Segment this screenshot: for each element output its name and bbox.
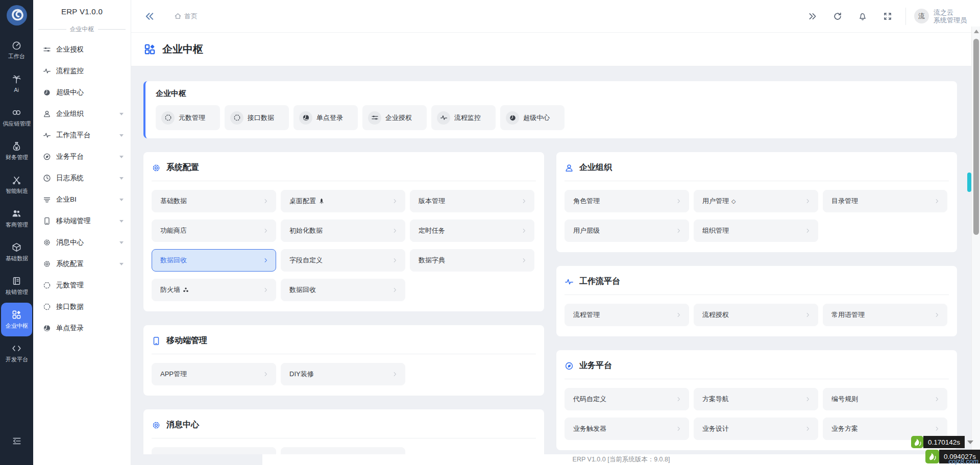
chevron-right-icon bbox=[263, 287, 269, 293]
pill-label: 字段自定义 bbox=[289, 256, 323, 265]
sidebar-collapse-icon[interactable] bbox=[144, 11, 155, 21]
rail-item-核销管理[interactable]: 核销管理 bbox=[1, 269, 32, 303]
code-icon bbox=[12, 344, 21, 353]
scrollbar-thumb[interactable] bbox=[973, 39, 979, 235]
menu-pill-数据回收[interactable]: 数据回收 bbox=[152, 249, 276, 272]
rail-item-Ai[interactable]: Ai bbox=[1, 67, 32, 101]
menu-pill-组织管理[interactable]: 组织管理 bbox=[694, 219, 818, 242]
section-title: 移动端管理 bbox=[166, 335, 207, 346]
user-menu[interactable]: 流之云 系统管理员 bbox=[934, 9, 967, 24]
section-title: 企业组织 bbox=[579, 162, 612, 173]
sidebar-item-元数管理[interactable]: 元数管理 bbox=[33, 275, 131, 296]
sidebar-menu: 企业授权流程监控超级中心企业组织工作流平台业务平台日志系统企业BI移动端管理消息… bbox=[33, 39, 131, 339]
left-column: 系统配置基础数据桌面配置版本管理功能商店初始化数据定时任务数据回收字段自定义数据… bbox=[143, 152, 544, 454]
menu-pill-用户层级[interactable]: 用户层级 bbox=[565, 219, 689, 242]
rail-item-智能制造[interactable]: 智能制造 bbox=[1, 168, 32, 202]
tab-home[interactable]: 首页 bbox=[174, 12, 198, 21]
avatar[interactable]: 流 bbox=[914, 9, 929, 23]
refresh-icon[interactable] bbox=[833, 12, 842, 21]
menu-pill-消息推送[interactable]: 消息推送 bbox=[152, 447, 276, 454]
menu-pill-字段自定义[interactable]: 字段自定义 bbox=[281, 249, 405, 272]
sidebar-item-日志系统[interactable]: 日志系统 bbox=[33, 167, 131, 189]
pill-label: 流程授权 bbox=[702, 310, 729, 320]
menu-pill-防火墙[interactable]: 防火墙 bbox=[152, 279, 276, 301]
fullscreen-icon[interactable] bbox=[883, 12, 892, 21]
quick-link-元数管理[interactable]: 元数管理 bbox=[156, 105, 220, 130]
sidebar-item-移动端管理[interactable]: 移动端管理 bbox=[33, 210, 131, 232]
sidebar-item-消息中心[interactable]: 消息中心 bbox=[33, 232, 131, 253]
menu-pill-APP管理[interactable]: APP管理 bbox=[152, 363, 276, 385]
menu-pill-版本管理[interactable]: 版本管理 bbox=[410, 190, 534, 212]
rail-item-企业中枢[interactable]: 企业中枢 bbox=[1, 303, 32, 336]
rail-item-开发平台[interactable]: 开发平台 bbox=[1, 336, 32, 370]
menu-pill-业务设计[interactable]: 业务设计 bbox=[694, 418, 818, 440]
rail-collapse-icon[interactable] bbox=[12, 436, 22, 446]
sidebar-item-接口数据[interactable]: 接口数据 bbox=[33, 296, 131, 317]
scroll-down-arrow-icon[interactable] bbox=[967, 440, 973, 444]
sidebar-item-企业授权[interactable]: 企业授权 bbox=[33, 39, 131, 60]
pulse-icon bbox=[43, 67, 51, 75]
app-logo-icon[interactable] bbox=[6, 5, 28, 26]
sidebar-item-企业BI[interactable]: 企业BI bbox=[33, 189, 131, 210]
quick-link-企业授权[interactable]: 企业授权 bbox=[362, 105, 427, 130]
quick-link-流程监控[interactable]: 流程监控 bbox=[431, 105, 496, 130]
cube-icon bbox=[12, 242, 21, 252]
browser-scrollbar[interactable] bbox=[971, 27, 980, 465]
menu-pill-目录管理[interactable]: 目录管理 bbox=[823, 190, 947, 212]
menu-pill-数据回收[interactable]: 数据回收 bbox=[281, 279, 405, 301]
scroll-up-arrow-icon[interactable] bbox=[974, 30, 979, 33]
rail-item-基础数据[interactable]: 基础数据 bbox=[1, 235, 32, 269]
inner-scrollbar-thumb[interactable] bbox=[967, 173, 971, 192]
rail-item-label: 供应链管理 bbox=[3, 120, 31, 127]
menu-pill-方案导航[interactable]: 方案导航 bbox=[694, 388, 818, 410]
menu-pill-初始化数据[interactable]: 初始化数据 bbox=[281, 219, 405, 242]
palm-icon bbox=[12, 75, 21, 84]
menu-pill-编号规则[interactable]: 编号规则 bbox=[823, 388, 947, 410]
menu-pill-桌面配置[interactable]: 桌面配置 bbox=[281, 190, 405, 212]
sidebar-item-工作流平台[interactable]: 工作流平台 bbox=[33, 125, 131, 146]
chevron-right-icon bbox=[392, 228, 398, 234]
menu-pill-代码自定义[interactable]: 代码自定义 bbox=[565, 388, 689, 410]
menu-pill-用户管理[interactable]: 用户管理◇ bbox=[694, 190, 818, 212]
menu-pill-定时任务[interactable]: 定时任务 bbox=[410, 219, 534, 242]
notifications-icon[interactable] bbox=[858, 12, 867, 21]
menu-pill-数据字典[interactable]: 数据字典 bbox=[410, 249, 534, 272]
sidebar-item-label: 流程监控 bbox=[56, 66, 124, 76]
chevron-right-icon bbox=[676, 396, 682, 402]
menu-pill-业务触发器[interactable]: 业务触发器 bbox=[565, 418, 689, 440]
sidebar-item-业务平台[interactable]: 业务平台 bbox=[33, 146, 131, 167]
quick-link-单点登录[interactable]: 单点登录 bbox=[293, 105, 358, 130]
rail-item-label: 财务管理 bbox=[5, 154, 28, 161]
menu-pill-角色管理[interactable]: 角色管理 bbox=[565, 190, 689, 212]
menu-pill-DIY装修[interactable]: DIY装修 bbox=[281, 363, 405, 385]
sidebar-item-流程监控[interactable]: 流程监控 bbox=[33, 60, 131, 82]
menu-pill-流程授权[interactable]: 流程授权 bbox=[694, 304, 818, 326]
quick-link-label: 流程监控 bbox=[454, 113, 481, 123]
menu-pill-邮件消息[interactable]: 邮件消息 bbox=[281, 447, 405, 454]
rail-nav: 工作台Ai供应链管理财务管理智能制造客商管理基础数据核销管理企业中枢开发平台 bbox=[0, 33, 33, 370]
menu-pill-功能商店[interactable]: 功能商店 bbox=[152, 219, 276, 242]
sidebar-item-超级中心[interactable]: 超级中心 bbox=[33, 82, 131, 103]
sidebar-item-单点登录[interactable]: 单点登录 bbox=[33, 317, 131, 339]
sidebar-item-企业组织[interactable]: 企业组织 bbox=[33, 103, 131, 125]
menu-pill-基础数据[interactable]: 基础数据 bbox=[152, 190, 276, 212]
version-status-text: ERP V1.0.0 [当前系统版本：9.0.8] bbox=[573, 455, 670, 464]
rail-item-财务管理[interactable]: 财务管理 bbox=[1, 134, 32, 168]
chevron-right-icon bbox=[934, 312, 940, 318]
section-header: 移动端管理 bbox=[151, 335, 537, 346]
quick-link-超级中心[interactable]: 超级中心 bbox=[500, 105, 565, 130]
sidebar-item-系统配置[interactable]: 系统配置 bbox=[33, 253, 131, 275]
rail-item-label: 客商管理 bbox=[5, 221, 28, 228]
pill-label: 功能商店 bbox=[160, 226, 187, 235]
pill-label: 常用语管理 bbox=[831, 310, 865, 320]
quick-link-接口数据[interactable]: 接口数据 bbox=[225, 105, 289, 130]
rail-item-供应链管理[interactable]: 供应链管理 bbox=[1, 101, 32, 134]
rail-item-客商管理[interactable]: 客商管理 bbox=[1, 202, 32, 235]
status-bar: ERP V1.0.0 [当前系统版本：9.0.8] bbox=[262, 454, 980, 465]
chevron-down-icon bbox=[119, 220, 124, 223]
menu-pill-常用语管理[interactable]: 常用语管理 bbox=[823, 304, 947, 326]
expand-tabs-icon[interactable] bbox=[808, 12, 817, 21]
quick-link-label: 单点登录 bbox=[316, 113, 343, 123]
rail-item-工作台[interactable]: 工作台 bbox=[1, 33, 32, 67]
menu-pill-流程管理[interactable]: 流程管理 bbox=[565, 304, 689, 326]
